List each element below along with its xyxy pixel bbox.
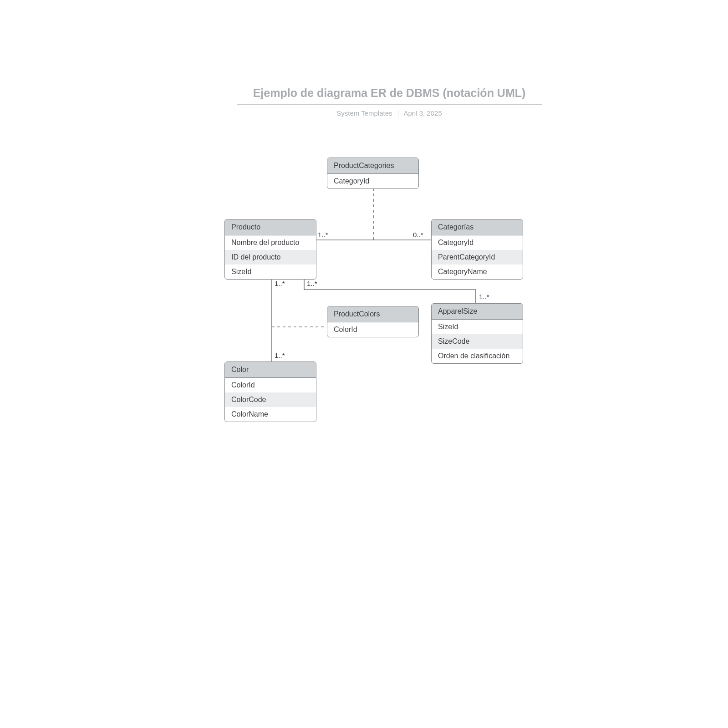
entity-attr: CategoryId	[327, 174, 418, 188]
entity-header: Producto	[225, 219, 316, 235]
entity-header: ProductColors	[327, 306, 418, 322]
entity-color[interactable]: Color ColorId ColorCode ColorName	[224, 361, 316, 422]
multiplicity-label: 1..*	[479, 293, 489, 300]
diagram-header: Ejemplo de diagrama ER de DBMS (notación…	[237, 87, 542, 117]
entity-attr: ColorCode	[225, 392, 316, 407]
multiplicity-label: 0..*	[413, 231, 423, 239]
entity-attr: ColorId	[225, 378, 316, 392]
entity-attr: SizeCode	[432, 334, 523, 349]
entity-attr: Orden de clasificación	[432, 349, 523, 363]
multiplicity-label: 1..*	[275, 280, 285, 287]
entity-attr: ID del producto	[225, 250, 316, 265]
entity-attr: Nombre del producto	[225, 235, 316, 250]
entity-header: Color	[225, 362, 316, 378]
entity-header: ProductCategories	[327, 158, 418, 174]
entity-header: ApparelSize	[432, 304, 523, 320]
diagram-author: System Templates	[336, 109, 392, 117]
diagram-date: April 3, 2025	[404, 109, 442, 117]
entity-attr: ColorName	[225, 407, 316, 422]
multiplicity-label: 1..*	[307, 280, 317, 287]
entity-header: Categorías	[432, 219, 523, 235]
entity-product-categories[interactable]: ProductCategories CategoryId	[327, 158, 419, 189]
diagram-meta: System Templates April 3, 2025	[237, 109, 542, 117]
multiplicity-label: 1..*	[275, 351, 285, 359]
entity-attr: ParentCategoryId	[432, 250, 523, 265]
multiplicity-label: 1..*	[318, 231, 328, 239]
entity-categorias[interactable]: Categorías CategoryId ParentCategoryId C…	[431, 219, 523, 280]
entity-attr: SizeId	[432, 320, 523, 334]
entity-product-colors[interactable]: ProductColors ColorId	[327, 306, 419, 337]
entity-attr: ColorId	[327, 322, 418, 337]
diagram-title: Ejemplo de diagrama ER de DBMS (notación…	[237, 87, 542, 105]
entity-attr: CategoryName	[432, 265, 523, 279]
entity-attr: CategoryId	[432, 235, 523, 250]
entity-attr: SizeId	[225, 265, 316, 279]
entity-producto[interactable]: Producto Nombre del producto ID del prod…	[224, 219, 316, 280]
meta-divider	[398, 110, 398, 117]
entity-apparel-size[interactable]: ApparelSize SizeId SizeCode Orden de cla…	[431, 303, 523, 364]
